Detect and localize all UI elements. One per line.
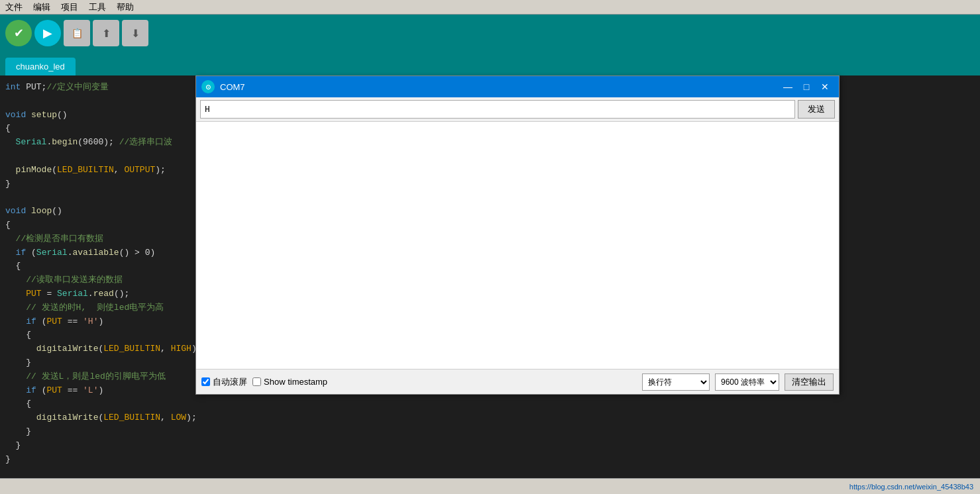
serial-title-left: ⊙ COM7 [201, 80, 245, 93]
auto-scroll-label[interactable]: 自动滚屏 [201, 376, 247, 388]
code-line: } [3, 453, 193, 467]
code-line: // 发送的时H, 则使led电平为高 [3, 301, 193, 315]
window-controls: — □ ✕ [779, 79, 834, 94]
tab-bar: chuanko_led [0, 52, 980, 75]
serial-monitor-window: ⊙ COM7 — □ ✕ 发送 自动滚屏 Show timestamp [195, 75, 840, 395]
line-ending-select[interactable]: 换行符 没有行结束符 回车 换行和回车 [642, 373, 710, 391]
code-line: if (Serial.available() > 0) [3, 246, 193, 260]
code-line: { [3, 328, 193, 342]
serial-bottom-bar: 自动滚屏 Show timestamp 换行符 没有行结束符 回车 换行和回车 … [196, 369, 839, 394]
code-line: int PUT;//定义中间变量 [3, 81, 193, 95]
code-line: digitalWrite(LED_BUILTIN, LOW);//引脚低电平 [3, 411, 193, 425]
clear-output-button[interactable]: 清空输出 [785, 373, 834, 391]
show-timestamp-text: Show timestamp [264, 377, 327, 387]
toolbar: ✔ ▶ 📋 ⬆ ⬇ [0, 15, 980, 52]
menu-bar: 文件 编辑 项目 工具 帮助 [0, 0, 980, 15]
code-line: } [3, 425, 193, 439]
minimize-button[interactable]: — [779, 79, 796, 94]
show-timestamp-checkbox[interactable] [252, 377, 261, 386]
menu-edit[interactable]: 编辑 [33, 1, 50, 13]
code-line: } [3, 356, 193, 370]
code-line: // 发送L，则是led的引脚电平为低 [3, 370, 193, 384]
baud-rate-select[interactable]: 9600 波特率 300 1200 2400 4800 19200 38400 … [715, 373, 779, 391]
status-bar: https://blog.csdn.net/weixin_45438b43 [0, 478, 980, 494]
code-line: PUT = Serial.read(); [3, 287, 193, 301]
send-button[interactable]: 发送 [798, 100, 835, 119]
menu-tools[interactable]: 工具 [89, 1, 106, 13]
close-button[interactable]: ✕ [816, 79, 834, 94]
arduino-icon: ⊙ [201, 80, 215, 93]
status-url: https://blog.csdn.net/weixin_45438b43 [849, 483, 973, 491]
code-line: digitalWrite(LED_BUILTIN, HIGH);//引脚高电平 [3, 342, 193, 356]
code-line: if (PUT == 'H') [3, 315, 193, 329]
code-line: if (PUT == 'L') [3, 384, 193, 398]
serial-input-row: 发送 [196, 97, 839, 122]
code-line: void loop() [3, 205, 193, 219]
new-button[interactable]: 📋 [64, 20, 90, 46]
code-line: { [3, 219, 193, 232]
menu-help[interactable]: 帮助 [117, 1, 134, 13]
serial-input-field[interactable] [200, 100, 795, 119]
menu-file[interactable]: 文件 [5, 1, 23, 13]
serial-output-area [196, 122, 839, 369]
code-line [3, 150, 193, 164]
show-timestamp-label[interactable]: Show timestamp [252, 377, 327, 387]
auto-scroll-checkbox[interactable] [201, 377, 210, 386]
code-line: } [3, 177, 193, 191]
code-line: Serial.begin(9600); //选择串口波 [3, 136, 193, 150]
auto-scroll-text: 自动滚屏 [213, 376, 247, 388]
open-button[interactable]: ⬆ [93, 20, 119, 46]
code-line: { [3, 397, 193, 411]
code-line: pinMode(LED_BUILTIN, OUTPUT); [3, 164, 193, 177]
code-editor: int PUT;//定义中间变量 void setup() { Serial.b… [0, 75, 195, 494]
code-line: void setup() [3, 109, 193, 123]
code-line: //读取串口发送来的数据 [3, 273, 193, 287]
save-button[interactable]: ⬇ [122, 20, 148, 46]
code-line [3, 95, 193, 109]
menu-project[interactable]: 项目 [61, 1, 78, 13]
main-area: int PUT;//定义中间变量 void setup() { Serial.b… [0, 75, 980, 494]
serial-titlebar: ⊙ COM7 — □ ✕ [196, 76, 839, 97]
code-line: { [3, 122, 193, 136]
maximize-button[interactable]: □ [798, 79, 815, 94]
upload-button[interactable]: ▶ [34, 20, 61, 46]
verify-button[interactable]: ✔ [5, 20, 32, 46]
serial-title-text: COM7 [220, 82, 245, 92]
code-line: { [3, 260, 193, 273]
tab-chuanko-led[interactable]: chuanko_led [5, 58, 76, 75]
code-line [3, 191, 193, 205]
code-line: //检测是否串口有数据 [3, 232, 193, 246]
code-line: } [3, 439, 193, 453]
